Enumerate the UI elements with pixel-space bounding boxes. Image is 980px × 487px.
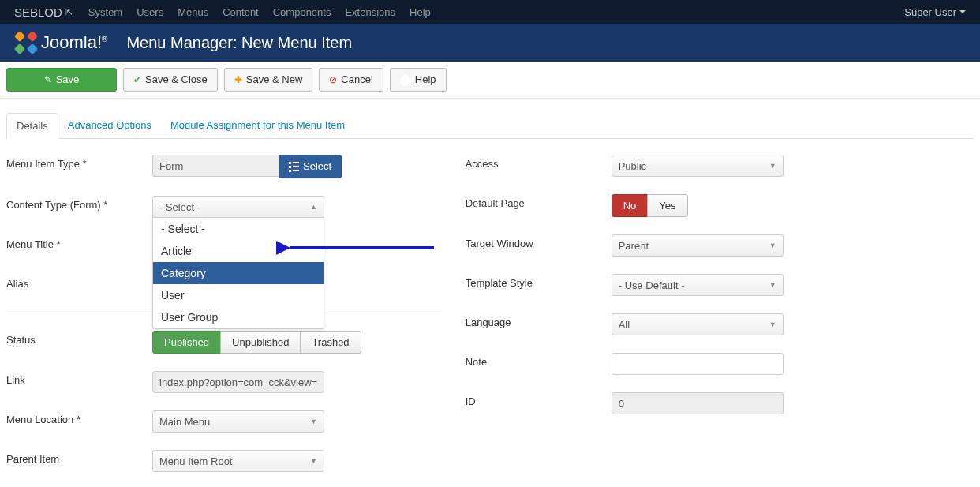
help-button[interactable]: Help	[390, 68, 447, 92]
note-input[interactable]	[612, 353, 784, 375]
save-close-label: Save & Close	[145, 73, 208, 87]
template-style-label: Template Style	[466, 274, 612, 289]
tabs: Details Advanced Options Module Assignme…	[6, 113, 974, 139]
topmenu-content[interactable]: Content	[223, 6, 259, 18]
status-unpublished[interactable]: Unpublished	[220, 331, 301, 354]
link-label: Link	[6, 371, 152, 386]
tab-advanced-options[interactable]: Advanced Options	[58, 113, 161, 138]
form-right-column: Access Public ▼ Default Page No Yes Targ…	[466, 155, 901, 487]
access-label: Access	[466, 155, 612, 170]
parent-item-select[interactable]: Menu Item Root ▼	[152, 450, 324, 472]
default-page-no[interactable]: No	[612, 194, 649, 217]
chevron-down-icon: ▼	[769, 281, 776, 289]
language-select[interactable]: All ▼	[612, 313, 784, 335]
template-style-value: - Use Default -	[619, 279, 685, 291]
menu-item-type-value: Form	[152, 155, 279, 177]
parent-item-label: Parent Item	[6, 450, 152, 465]
chevron-down-icon: ▼	[310, 457, 317, 465]
status-label: Status	[6, 331, 152, 346]
save-label: Save	[56, 73, 80, 87]
external-link-icon: ⇱	[65, 7, 73, 17]
check-icon	[133, 73, 141, 87]
save-button[interactable]: Save	[6, 68, 117, 92]
content-type-dropdown[interactable]: - Select - ▲ - Select - Article Category…	[152, 196, 324, 218]
target-window-value: Parent	[619, 240, 649, 252]
menu-item-type-group: Form Select	[152, 155, 442, 178]
option-user-group[interactable]: User Group	[153, 306, 324, 328]
menu-location-value: Main Menu	[159, 416, 210, 428]
form-left-column: Menu Item Type * Form Select Content	[6, 155, 442, 487]
cancel-icon	[329, 73, 337, 87]
default-page-group: No Yes	[612, 194, 688, 217]
id-label: ID	[466, 392, 612, 407]
language-label: Language	[466, 313, 612, 328]
topmenu-users[interactable]: Users	[137, 6, 163, 18]
content-type-label: Content Type (Form) *	[6, 196, 152, 211]
user-menu[interactable]: Super User	[904, 6, 966, 18]
chevron-down-icon: ▼	[310, 418, 317, 425]
tab-module-assignment[interactable]: Module Assignment for this Menu Item	[161, 113, 354, 138]
menu-location-label: Menu Location *	[6, 410, 152, 425]
alias-label: Alias	[6, 275, 152, 290]
access-value: Public	[619, 160, 646, 172]
save-close-button[interactable]: Save & Close	[123, 68, 218, 92]
select-type-button[interactable]: Select	[279, 155, 342, 178]
status-trashed[interactable]: Trashed	[300, 331, 361, 354]
help-icon	[400, 73, 411, 87]
tab-details[interactable]: Details	[6, 113, 58, 139]
topmenu-help[interactable]: Help	[410, 6, 431, 18]
chevron-down-icon: ▼	[769, 162, 776, 170]
brand-label: SEBLOD	[14, 6, 62, 19]
note-label: Note	[466, 353, 612, 368]
option-select[interactable]: - Select -	[153, 218, 324, 240]
form-body: Menu Item Type * Form Select Content	[0, 139, 980, 487]
joomla-logo: Joomla!®	[16, 32, 107, 53]
help-label: Help	[415, 73, 436, 87]
option-article[interactable]: Article	[153, 240, 324, 262]
chevron-up-icon: ▲	[310, 203, 317, 211]
default-page-label: Default Page	[466, 194, 612, 209]
template-style-select[interactable]: - Use Default - ▼	[612, 274, 784, 296]
topmenu-menus[interactable]: Menus	[178, 6, 208, 18]
caret-down-icon	[959, 10, 966, 13]
chevron-down-icon: ▼	[769, 320, 776, 328]
admin-topbar: SEBLOD ⇱ System Users Menus Content Comp…	[0, 0, 980, 24]
status-published[interactable]: Published	[152, 331, 221, 354]
pencil-icon	[44, 73, 52, 87]
page-title: Menu Manager: New Menu Item	[126, 34, 352, 52]
save-new-label: Save & New	[246, 73, 303, 87]
topmenu-components[interactable]: Components	[273, 6, 331, 18]
topmenu-system[interactable]: System	[88, 6, 122, 18]
select-btn-label: Select	[303, 159, 331, 174]
default-page-yes[interactable]: Yes	[647, 194, 687, 217]
topmenu-extensions[interactable]: Extensions	[345, 6, 395, 18]
language-value: All	[619, 319, 630, 331]
content-type-selected: - Select -	[159, 201, 200, 213]
option-category[interactable]: Category	[153, 262, 324, 284]
cancel-label: Cancel	[341, 73, 372, 87]
parent-item-value: Menu Item Root	[159, 455, 233, 467]
action-toolbar: Save Save & Close Save & New Cancel Help	[0, 62, 980, 99]
status-group: Published Unpublished Trashed	[152, 331, 361, 354]
menu-location-select[interactable]: Main Menu ▼	[152, 410, 324, 433]
user-label: Super User	[904, 6, 956, 18]
chevron-down-icon: ▼	[769, 242, 776, 249]
joomla-icon	[16, 32, 36, 53]
brand[interactable]: SEBLOD ⇱	[14, 6, 73, 19]
id-input	[612, 392, 784, 414]
list-icon	[289, 162, 299, 172]
content-type-options: - Select - Article Category User User Gr…	[152, 217, 324, 329]
target-window-label: Target Window	[466, 234, 612, 249]
menu-item-type-label: Menu Item Type *	[6, 155, 152, 170]
link-input	[152, 371, 324, 393]
plus-icon	[234, 73, 242, 87]
cancel-button[interactable]: Cancel	[319, 68, 383, 92]
product-name: Joomla!	[41, 32, 102, 52]
menu-title-label: Menu Title *	[6, 235, 152, 250]
option-user[interactable]: User	[153, 284, 324, 306]
target-window-select[interactable]: Parent ▼	[612, 234, 784, 257]
page-header: Joomla!® Menu Manager: New Menu Item	[0, 24, 980, 62]
access-select[interactable]: Public ▼	[612, 155, 784, 177]
save-new-button[interactable]: Save & New	[224, 68, 313, 92]
